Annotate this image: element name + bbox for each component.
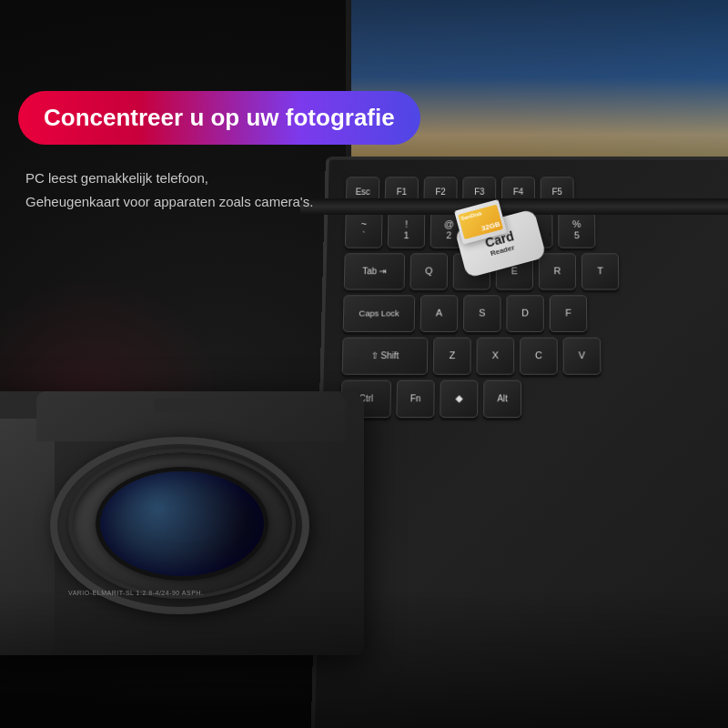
camera-top [36,391,346,441]
key-x[interactable]: X [476,338,514,375]
keyboard-row-asdf: Caps Lock A S D F [343,295,726,332]
key-c[interactable]: C [520,338,558,375]
sd-size: 32GB [480,220,501,233]
camera-hotshoe [155,399,218,412]
key-v[interactable]: V [563,338,602,375]
key-d[interactable]: D [506,295,543,332]
camera-lens-outer [68,449,296,599]
sd-brand: SanDisk [460,210,482,221]
keyboard-row-zxcv: ⇧ Shift Z X C V [342,338,727,375]
content-overlay: Concentreer u op uw fotografie PC leest … [18,91,410,213]
key-win[interactable]: ◆ [440,380,478,418]
main-heading-text: Concentreer u op uw fotografie [44,104,395,131]
sub-line-1: PC leest gemakkelijk telefoon, [25,170,208,186]
key-s[interactable]: S [463,295,501,332]
camera-lens-inner [96,467,268,581]
sub-text: PC leest gemakkelijk telefoon, Geheugenk… [25,167,410,213]
key-tab[interactable]: Tab ⇥ [344,253,405,289]
key-fn[interactable]: Fn [396,380,434,418]
main-heading-container: Concentreer u op uw fotografie [18,91,420,145]
key-q[interactable]: Q [410,253,448,289]
key-f[interactable]: F [550,295,588,332]
key-backtick[interactable]: ~` [345,212,383,248]
key-caps-lock[interactable]: Caps Lock [343,295,416,332]
key-a[interactable]: A [420,295,459,332]
key-t[interactable]: T [581,253,620,289]
sd-card-inner: SanDisk 32GB [458,205,503,239]
bottom-fade [0,592,728,728]
keyboard-row-bottom: Ctrl Fn ◆ Alt [340,380,727,418]
sub-line-2: Geheugenkaart voor apparaten zoals camer… [25,194,313,209]
key-z[interactable]: Z [433,338,471,375]
key-r[interactable]: R [539,253,576,289]
camera-lens-housing [55,437,309,610]
main-scene: E2C ↑↓ L5 L3 Esc F1 F2 F3 F4 F5 ~` !1 @2… [0,0,728,728]
key-alt[interactable]: Alt [483,380,521,418]
key-1[interactable]: !1 [388,212,426,248]
key-5[interactable]: %5 [558,212,595,248]
